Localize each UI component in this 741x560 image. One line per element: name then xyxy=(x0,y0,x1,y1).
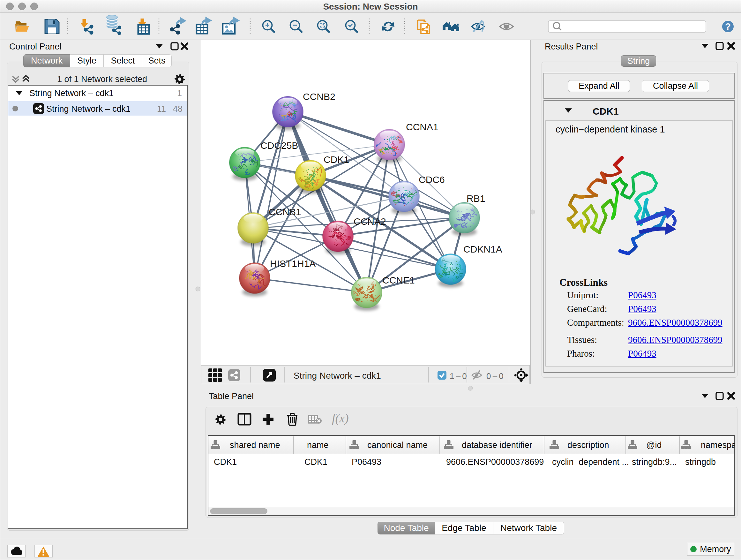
svg-text:CDK1: CDK1 xyxy=(324,154,349,165)
svg-text:CCNA2: CCNA2 xyxy=(354,216,386,227)
svg-text:CDC6: CDC6 xyxy=(419,174,445,185)
svg-text:RB1: RB1 xyxy=(467,193,485,204)
svg-text:CCNB1: CCNB1 xyxy=(269,206,301,217)
svg-text:CDKN1A: CDKN1A xyxy=(463,244,502,254)
svg-text:CCNE1: CCNE1 xyxy=(382,275,415,286)
svg-text:HIST1H1A: HIST1H1A xyxy=(270,258,316,269)
svg-text:CDC25B: CDC25B xyxy=(260,140,298,151)
